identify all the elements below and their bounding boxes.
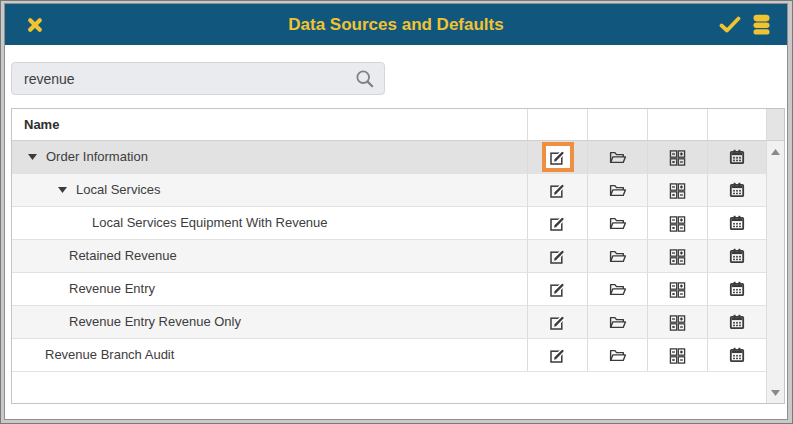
titlebar-actions bbox=[719, 4, 771, 45]
calendar-icon bbox=[729, 182, 745, 198]
triangle-down-icon bbox=[771, 390, 780, 396]
open-folder-icon bbox=[609, 282, 627, 297]
calendar-icon bbox=[729, 215, 745, 231]
calendar-icon bbox=[729, 281, 745, 297]
triangle-up-icon bbox=[771, 149, 780, 155]
database-icon bbox=[752, 14, 771, 35]
table-row[interactable]: Order Information bbox=[12, 141, 766, 174]
row-label: Revenue Entry Revenue Only bbox=[12, 306, 527, 338]
column-header-folder bbox=[587, 109, 647, 140]
data-grid-icon bbox=[669, 314, 686, 331]
row-name-cell: Revenue Branch Audit bbox=[12, 339, 527, 371]
row-label: Order Information bbox=[12, 141, 527, 173]
table-row[interactable]: Local Services Equipment With Revenue bbox=[12, 207, 766, 240]
table-body: Order Information Local Services bbox=[12, 141, 784, 372]
row-name-cell: Revenue Entry Revenue Only bbox=[12, 306, 527, 338]
table-row[interactable]: Local Services bbox=[12, 174, 766, 207]
edit-button[interactable] bbox=[527, 141, 587, 173]
search-input[interactable] bbox=[12, 63, 364, 94]
vertical-scrollbar[interactable] bbox=[766, 141, 784, 403]
confirm-button[interactable] bbox=[719, 4, 741, 45]
open-folder-button[interactable] bbox=[587, 339, 647, 371]
calendar-button[interactable] bbox=[707, 141, 766, 173]
calendar-icon bbox=[729, 149, 745, 165]
calendar-icon bbox=[729, 248, 745, 264]
row-label: Retained Revenue bbox=[12, 240, 527, 272]
column-header-grid bbox=[647, 109, 707, 140]
open-folder-button[interactable] bbox=[587, 141, 647, 173]
dialog-title: Data Sources and Defaults bbox=[5, 4, 787, 45]
edit-button[interactable] bbox=[527, 240, 587, 272]
open-folder-button[interactable] bbox=[587, 306, 647, 338]
open-folder-icon bbox=[609, 348, 627, 363]
column-header-edit bbox=[527, 109, 587, 140]
edit-highlight-box bbox=[542, 142, 574, 172]
edit-button[interactable] bbox=[527, 207, 587, 239]
expand-arrow-icon bbox=[58, 187, 67, 193]
row-label: Local Services Equipment With Revenue bbox=[12, 207, 527, 239]
row-name-cell: Local Services bbox=[12, 174, 527, 206]
data-grid-button[interactable] bbox=[647, 240, 707, 272]
calendar-button[interactable] bbox=[707, 273, 766, 305]
row-name-cell: Revenue Entry bbox=[12, 273, 527, 305]
data-grid-icon bbox=[669, 281, 686, 298]
edit-icon bbox=[549, 281, 566, 298]
data-grid-button[interactable] bbox=[647, 339, 707, 371]
table-row[interactable]: Revenue Entry Revenue Only bbox=[12, 306, 766, 339]
data-grid-button[interactable] bbox=[647, 306, 707, 338]
data-grid-button[interactable] bbox=[647, 141, 707, 173]
data-grid-button[interactable] bbox=[647, 174, 707, 206]
calendar-button[interactable] bbox=[707, 207, 766, 239]
database-button[interactable] bbox=[752, 4, 771, 45]
calendar-icon bbox=[729, 347, 745, 363]
table-row[interactable]: Revenue Branch Audit bbox=[12, 339, 766, 372]
data-grid-icon bbox=[669, 248, 686, 265]
scroll-corner bbox=[766, 109, 784, 140]
search-icon[interactable] bbox=[355, 69, 375, 89]
dialog-titlebar: Data Sources and Defaults bbox=[5, 4, 787, 45]
edit-icon bbox=[549, 314, 566, 331]
data-grid-button[interactable] bbox=[647, 273, 707, 305]
collapse-toggle[interactable] bbox=[58, 187, 67, 193]
data-grid-icon bbox=[669, 182, 686, 199]
window-frame: Data Sources and Defaults bbox=[0, 0, 793, 424]
open-folder-button[interactable] bbox=[587, 273, 647, 305]
calendar-icon bbox=[729, 314, 745, 330]
open-folder-button[interactable] bbox=[587, 207, 647, 239]
calendar-button[interactable] bbox=[707, 339, 766, 371]
edit-icon bbox=[549, 347, 566, 364]
column-header-name[interactable]: Name bbox=[12, 109, 527, 140]
edit-button[interactable] bbox=[527, 174, 587, 206]
edit-icon bbox=[549, 149, 566, 166]
open-folder-icon bbox=[609, 249, 627, 264]
data-grid-icon bbox=[669, 215, 686, 232]
row-label: Revenue Branch Audit bbox=[12, 339, 527, 371]
edit-icon bbox=[549, 248, 566, 265]
collapse-toggle[interactable] bbox=[28, 154, 37, 160]
row-label: Local Services bbox=[12, 174, 527, 206]
calendar-button[interactable] bbox=[707, 240, 766, 272]
scroll-up-button[interactable] bbox=[767, 143, 784, 160]
data-grid-icon bbox=[669, 347, 686, 364]
edit-button[interactable] bbox=[527, 339, 587, 371]
data-grid-icon bbox=[669, 149, 686, 166]
open-folder-button[interactable] bbox=[587, 174, 647, 206]
open-folder-icon bbox=[609, 183, 627, 198]
column-header-calendar bbox=[707, 109, 766, 140]
table-header-row: Name bbox=[12, 109, 784, 141]
data-grid-button[interactable] bbox=[647, 207, 707, 239]
edit-button[interactable] bbox=[527, 273, 587, 305]
table-row[interactable]: Retained Revenue bbox=[12, 240, 766, 273]
row-name-cell: Local Services Equipment With Revenue bbox=[12, 207, 527, 239]
open-folder-button[interactable] bbox=[587, 240, 647, 272]
edit-icon bbox=[549, 182, 566, 199]
search-box bbox=[11, 62, 385, 95]
calendar-button[interactable] bbox=[707, 174, 766, 206]
scroll-down-button[interactable] bbox=[767, 384, 784, 401]
row-name-cell: Retained Revenue bbox=[12, 240, 527, 272]
calendar-button[interactable] bbox=[707, 306, 766, 338]
row-name-cell: Order Information bbox=[12, 141, 527, 173]
table-row[interactable]: Revenue Entry bbox=[12, 273, 766, 306]
edit-button[interactable] bbox=[527, 306, 587, 338]
open-folder-icon bbox=[609, 315, 627, 330]
